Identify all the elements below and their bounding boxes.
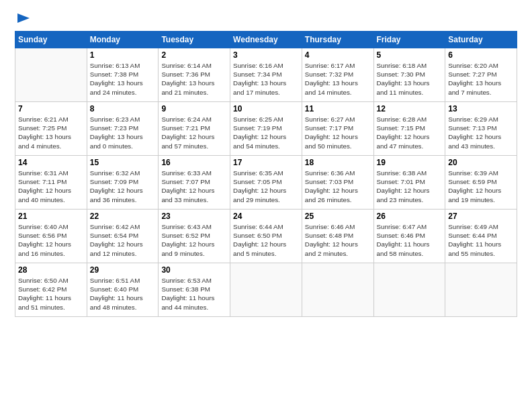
calendar-cell: 13Sunrise: 6:29 AM Sunset: 7:13 PM Dayli… [445, 102, 517, 156]
calendar-cell: 17Sunrise: 6:35 AM Sunset: 7:05 PM Dayli… [230, 156, 302, 210]
day-info: Sunrise: 6:50 AM Sunset: 6:42 PM Dayligh… [18, 276, 84, 312]
calendar-header: SundayMondayTuesdayWednesdayThursdayFrid… [15, 32, 517, 48]
day-number: 4 [305, 50, 371, 60]
day-info: Sunrise: 6:44 AM Sunset: 6:50 PM Dayligh… [233, 222, 299, 258]
calendar: SundayMondayTuesdayWednesdayThursdayFrid… [15, 31, 517, 317]
day-number: 25 [305, 212, 371, 221]
day-info: Sunrise: 6:39 AM Sunset: 6:59 PM Dayligh… [448, 169, 514, 204]
day-number: 13 [448, 104, 514, 113]
day-info: Sunrise: 6:13 AM Sunset: 7:38 PM Dayligh… [90, 61, 156, 97]
day-info: Sunrise: 6:17 AM Sunset: 7:32 PM Dayligh… [305, 61, 371, 97]
day-info: Sunrise: 6:29 AM Sunset: 7:13 PM Dayligh… [448, 115, 514, 150]
calendar-cell: 22Sunrise: 6:42 AM Sunset: 6:54 PM Dayli… [87, 210, 159, 263]
calendar-cell: 16Sunrise: 6:33 AM Sunset: 7:07 PM Dayli… [159, 156, 230, 210]
header [15, 12, 517, 24]
calendar-cell [373, 263, 445, 317]
day-number: 29 [90, 265, 156, 275]
day-number: 7 [18, 104, 84, 113]
calendar-cell: 8Sunrise: 6:23 AM Sunset: 7:23 PM Daylig… [87, 102, 159, 156]
day-info: Sunrise: 6:27 AM Sunset: 7:17 PM Dayligh… [305, 115, 371, 150]
day-info: Sunrise: 6:49 AM Sunset: 6:44 PM Dayligh… [448, 222, 514, 258]
day-number: 12 [377, 104, 443, 113]
calendar-cell: 9Sunrise: 6:24 AM Sunset: 7:21 PM Daylig… [159, 102, 230, 156]
day-number: 2 [161, 50, 227, 60]
calendar-cell: 7Sunrise: 6:21 AM Sunset: 7:25 PM Daylig… [15, 102, 87, 156]
calendar-cell: 5Sunrise: 6:18 AM Sunset: 7:30 PM Daylig… [373, 48, 445, 102]
day-number: 11 [305, 104, 371, 113]
day-number: 27 [448, 212, 514, 221]
day-number: 3 [233, 50, 299, 60]
day-number: 23 [161, 212, 227, 221]
day-number: 22 [90, 212, 156, 221]
calendar-cell: 21Sunrise: 6:40 AM Sunset: 6:56 PM Dayli… [15, 210, 87, 263]
calendar-cell [302, 263, 373, 317]
day-number: 18 [305, 158, 371, 167]
day-number: 24 [233, 212, 299, 221]
day-info: Sunrise: 6:31 AM Sunset: 7:11 PM Dayligh… [18, 169, 84, 204]
calendar-cell: 25Sunrise: 6:46 AM Sunset: 6:48 PM Dayli… [302, 210, 373, 263]
day-info: Sunrise: 6:23 AM Sunset: 7:23 PM Dayligh… [90, 115, 156, 150]
day-number: 16 [161, 158, 227, 167]
calendar-body: 1Sunrise: 6:13 AM Sunset: 7:38 PM Daylig… [15, 48, 517, 317]
day-info: Sunrise: 6:18 AM Sunset: 7:30 PM Dayligh… [377, 61, 443, 97]
day-info: Sunrise: 6:43 AM Sunset: 6:52 PM Dayligh… [161, 222, 227, 258]
day-info: Sunrise: 6:21 AM Sunset: 7:25 PM Dayligh… [18, 115, 84, 150]
day-number: 30 [161, 265, 227, 275]
day-number: 19 [377, 158, 443, 167]
day-number: 20 [448, 158, 514, 167]
day-number: 10 [233, 104, 299, 113]
weekday-header-sunday: Sunday [15, 32, 87, 48]
week-row-1: 1Sunrise: 6:13 AM Sunset: 7:38 PM Daylig… [15, 48, 517, 102]
calendar-cell [445, 263, 517, 317]
day-number: 14 [18, 158, 84, 167]
day-info: Sunrise: 6:47 AM Sunset: 6:46 PM Dayligh… [377, 222, 443, 258]
day-number: 21 [18, 212, 84, 221]
weekday-header-friday: Friday [373, 32, 445, 48]
day-info: Sunrise: 6:32 AM Sunset: 7:09 PM Dayligh… [90, 169, 156, 204]
calendar-cell: 11Sunrise: 6:27 AM Sunset: 7:17 PM Dayli… [302, 102, 373, 156]
day-number: 8 [90, 104, 156, 113]
day-info: Sunrise: 6:35 AM Sunset: 7:05 PM Dayligh… [233, 169, 299, 204]
day-number: 28 [18, 265, 84, 275]
svg-marker-0 [17, 13, 30, 23]
calendar-cell: 23Sunrise: 6:43 AM Sunset: 6:52 PM Dayli… [159, 210, 230, 263]
calendar-cell [15, 48, 87, 102]
logo-text [15, 12, 32, 24]
day-number: 1 [90, 50, 156, 60]
day-number: 9 [161, 104, 227, 113]
calendar-cell: 10Sunrise: 6:25 AM Sunset: 7:19 PM Dayli… [230, 102, 302, 156]
day-info: Sunrise: 6:14 AM Sunset: 7:36 PM Dayligh… [161, 61, 227, 97]
calendar-cell: 12Sunrise: 6:28 AM Sunset: 7:15 PM Dayli… [373, 102, 445, 156]
day-info: Sunrise: 6:46 AM Sunset: 6:48 PM Dayligh… [305, 222, 371, 258]
weekday-header-tuesday: Tuesday [159, 32, 230, 48]
logo-icon [16, 12, 31, 24]
calendar-cell: 28Sunrise: 6:50 AM Sunset: 6:42 PM Dayli… [15, 263, 87, 317]
logo [15, 12, 32, 24]
calendar-cell: 6Sunrise: 6:20 AM Sunset: 7:27 PM Daylig… [445, 48, 517, 102]
weekday-row: SundayMondayTuesdayWednesdayThursdayFrid… [15, 32, 517, 48]
day-info: Sunrise: 6:28 AM Sunset: 7:15 PM Dayligh… [377, 115, 443, 150]
calendar-cell: 15Sunrise: 6:32 AM Sunset: 7:09 PM Dayli… [87, 156, 159, 210]
calendar-cell: 3Sunrise: 6:16 AM Sunset: 7:34 PM Daylig… [230, 48, 302, 102]
calendar-cell: 4Sunrise: 6:17 AM Sunset: 7:32 PM Daylig… [302, 48, 373, 102]
day-info: Sunrise: 6:53 AM Sunset: 6:38 PM Dayligh… [161, 276, 227, 312]
calendar-cell: 1Sunrise: 6:13 AM Sunset: 7:38 PM Daylig… [87, 48, 159, 102]
weekday-header-wednesday: Wednesday [230, 32, 302, 48]
day-info: Sunrise: 6:40 AM Sunset: 6:56 PM Dayligh… [18, 222, 84, 258]
day-info: Sunrise: 6:51 AM Sunset: 6:40 PM Dayligh… [90, 276, 156, 312]
calendar-cell: 24Sunrise: 6:44 AM Sunset: 6:50 PM Dayli… [230, 210, 302, 263]
day-number: 5 [377, 50, 443, 60]
day-number: 17 [233, 158, 299, 167]
page: SundayMondayTuesdayWednesdayThursdayFrid… [0, 0, 532, 411]
day-info: Sunrise: 6:38 AM Sunset: 7:01 PM Dayligh… [377, 169, 443, 204]
day-info: Sunrise: 6:33 AM Sunset: 7:07 PM Dayligh… [161, 169, 227, 204]
week-row-3: 14Sunrise: 6:31 AM Sunset: 7:11 PM Dayli… [15, 156, 517, 210]
day-info: Sunrise: 6:42 AM Sunset: 6:54 PM Dayligh… [90, 222, 156, 258]
calendar-cell [230, 263, 302, 317]
calendar-cell: 29Sunrise: 6:51 AM Sunset: 6:40 PM Dayli… [87, 263, 159, 317]
day-number: 6 [448, 50, 514, 60]
calendar-cell: 14Sunrise: 6:31 AM Sunset: 7:11 PM Dayli… [15, 156, 87, 210]
calendar-cell: 27Sunrise: 6:49 AM Sunset: 6:44 PM Dayli… [445, 210, 517, 263]
calendar-cell: 19Sunrise: 6:38 AM Sunset: 7:01 PM Dayli… [373, 156, 445, 210]
weekday-header-thursday: Thursday [302, 32, 373, 48]
